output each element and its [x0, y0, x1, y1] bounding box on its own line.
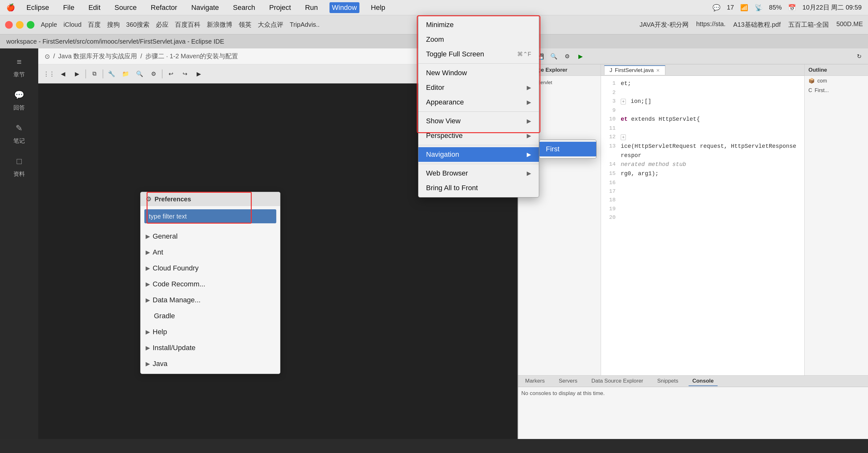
menu-edit[interactable]: Edit: [86, 2, 103, 13]
tab-markers[interactable]: Markers: [521, 377, 548, 386]
line-num-11: 11: [604, 124, 616, 132]
bookmark-weibo[interactable]: 新浪微博: [207, 21, 232, 29]
outline-item-first[interactable]: C First...: [805, 86, 868, 95]
pref-item-ant[interactable]: ▶ Ant: [141, 244, 280, 260]
signal-icon: 📶: [740, 4, 748, 11]
code-area[interactable]: 1 et; 2 3 + ion;[]: [601, 76, 804, 375]
tab-close-icon[interactable]: ✕: [656, 68, 660, 73]
menu-run[interactable]: Run: [302, 2, 320, 13]
bookmark-apple[interactable]: Apple: [41, 21, 57, 28]
bookmark-a13[interactable]: A13基础教程.pdf: [733, 21, 781, 29]
minimize-button[interactable]: [16, 21, 24, 29]
tab-snippets[interactable]: Snippets: [654, 377, 682, 386]
tool-undo[interactable]: ↩: [165, 68, 177, 79]
menu-search[interactable]: Search: [230, 2, 258, 13]
breadcrumb-course[interactable]: Java 数据库开发与实战应用: [58, 52, 137, 61]
tool-redo[interactable]: ↪: [179, 68, 191, 79]
bookmark-baidu-wiki[interactable]: 百度百科: [175, 21, 200, 29]
tool-icon-4[interactable]: ⚙: [148, 68, 159, 79]
keyword-et: et: [621, 116, 628, 122]
expand-icon-cloudfoundry: ▶: [146, 265, 150, 272]
navigation-submenu[interactable]: First: [539, 139, 596, 159]
menu-source[interactable]: Source: [112, 2, 139, 13]
editor-tab-firstservlet[interactable]: J FirstServlet.java ✕: [604, 65, 665, 75]
window-menu[interactable]: Minimize Zoom Toggle Full Screen ⌘⌃F New…: [418, 15, 539, 197]
apple-logo-icon[interactable]: 🍎: [6, 3, 15, 12]
tool-columns-icon[interactable]: ⧉: [89, 68, 100, 79]
menu-item-editor[interactable]: Editor ▶: [418, 80, 539, 95]
pref-item-install[interactable]: ▶ Install/Update: [141, 340, 280, 356]
tool-icon-1[interactable]: 🔧: [106, 68, 117, 79]
pref-item-general[interactable]: ▶ General: [141, 228, 280, 244]
tool-grid-icon[interactable]: ⋮⋮: [43, 68, 55, 79]
sidebar-item-answers[interactable]: 💬 回答: [12, 88, 26, 111]
tool-icon-2[interactable]: 📁: [120, 68, 131, 79]
menu-item-bring-all-front[interactable]: Bring All to Front: [418, 181, 539, 195]
menu-item-toggle-fullscreen[interactable]: Toggle Full Screen ⌘⌃F: [418, 47, 539, 62]
ide-tool-4[interactable]: ⚙: [561, 51, 573, 62]
menu-item-perspective[interactable]: Perspective ▶: [418, 128, 539, 143]
bookmark-java[interactable]: JAVA开发-积分网: [640, 21, 689, 29]
menu-refactor[interactable]: Refactor: [148, 2, 180, 13]
tool-back-btn[interactable]: ◀: [57, 68, 69, 79]
bookmark-500[interactable]: 五百工箱-全国: [788, 21, 829, 29]
bookmark-500d[interactable]: 500D.ME: [836, 21, 863, 29]
bookmark-linkedin[interactable]: 领英: [239, 21, 251, 29]
pref-item-coderec[interactable]: ▶ Code Recomm...: [141, 276, 280, 292]
menu-item-minimize[interactable]: Minimize: [418, 18, 539, 32]
sidebar-item-resources[interactable]: □ 资料: [12, 154, 26, 178]
tab-label: FirstServlet.java: [615, 67, 654, 73]
tool-icon-3[interactable]: 🔍: [134, 68, 145, 79]
line-num-13: 13: [604, 142, 616, 150]
preferences-search-bar[interactable]: [144, 209, 276, 223]
outline-item-com[interactable]: 📦 com: [805, 76, 868, 86]
ide-tool-run[interactable]: ▶: [575, 51, 586, 62]
menu-item-new-window[interactable]: New Window: [418, 66, 539, 80]
menu-file[interactable]: File: [61, 2, 77, 13]
preferences-dialog[interactable]: ⚙ Preferences ▶ General ▶ Ant: [140, 192, 280, 374]
bookmark-360[interactable]: 360搜索: [126, 21, 150, 29]
tab-console[interactable]: Console: [689, 377, 718, 386]
tool-run[interactable]: ▶: [193, 68, 205, 79]
pref-item-java[interactable]: ▶ Java: [141, 356, 280, 372]
menu-navigate[interactable]: Navigate: [189, 2, 221, 13]
home-icon[interactable]: ⊙: [44, 53, 50, 60]
menu-item-zoom[interactable]: Zoom: [418, 32, 539, 47]
maximize-button[interactable]: [27, 21, 34, 29]
ide-tool-refresh[interactable]: ↻: [853, 51, 865, 62]
menu-help[interactable]: Help: [368, 2, 388, 13]
breadcrumb-step[interactable]: 步骤二 · 1-2 Maven的安装与配置: [145, 52, 238, 61]
bookmark-sougou[interactable]: 搜狗: [107, 21, 120, 29]
preferences-search-input[interactable]: [149, 213, 272, 220]
pref-item-cloudfoundry[interactable]: ▶ Cloud Foundry: [141, 260, 280, 276]
bookmark-bing[interactable]: 必应: [156, 21, 168, 29]
pref-item-gradle[interactable]: Gradle: [141, 308, 280, 324]
bookmark-dz[interactable]: 大众点评: [258, 21, 283, 29]
pref-item-help[interactable]: ▶ Help: [141, 324, 280, 340]
pref-item-datamgr[interactable]: ▶ Data Manage...: [141, 292, 280, 308]
menu-item-appearance[interactable]: Appearance ▶: [418, 95, 539, 109]
tab-servers[interactable]: Servers: [555, 377, 581, 386]
ide-tool-3[interactable]: 🔍: [548, 51, 560, 62]
menu-item-show-view[interactable]: Show View ▶: [418, 114, 539, 128]
fold-icon-3[interactable]: +: [621, 99, 626, 104]
menu-window[interactable]: Window: [330, 2, 360, 13]
menu-item-web-browser[interactable]: Web Browser ▶: [418, 166, 539, 181]
expand-icon-ant: ▶: [146, 249, 150, 256]
fold-icon-12[interactable]: +: [621, 134, 626, 140]
tab-datasource[interactable]: Data Source Explorer: [588, 377, 647, 386]
toggle-fullscreen-label: Toggle Full Screen: [426, 50, 484, 58]
menu-eclipse[interactable]: Eclipse: [24, 2, 52, 13]
tool-forward-btn[interactable]: ▶: [71, 68, 83, 79]
bookmark-trip[interactable]: TripAdvis..: [290, 21, 320, 28]
menu-item-navigation[interactable]: Navigation ▶: [418, 147, 539, 162]
close-button[interactable]: [5, 21, 13, 29]
sidebar-item-notes[interactable]: ✎ 笔记: [12, 121, 26, 144]
menu-project[interactable]: Project: [267, 2, 293, 13]
code-line-11: 11: [604, 124, 801, 132]
bookmark-icloud[interactable]: iCloud: [63, 21, 82, 28]
submenu-item-first[interactable]: First: [539, 142, 596, 156]
bookmark-baidu[interactable]: 百度: [88, 21, 101, 29]
bookmark-url[interactable]: https://sta.: [696, 21, 725, 29]
sidebar-item-chapters[interactable]: ≡ 章节: [12, 55, 26, 78]
